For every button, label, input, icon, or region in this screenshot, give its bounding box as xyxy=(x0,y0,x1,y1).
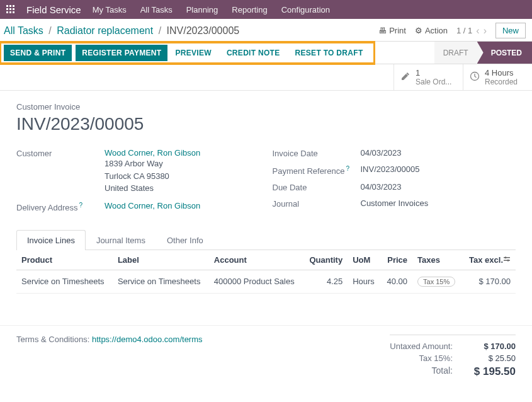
tab-invoice-lines[interactable]: Invoice Lines xyxy=(16,230,86,250)
invoice-lines-table: Product Label Account Quantity UoM Price… xyxy=(16,250,516,294)
sale-label: Sale Ord... xyxy=(416,78,451,86)
col-quantity[interactable]: Quantity xyxy=(303,250,348,270)
breadcrumb-sep: / xyxy=(48,25,51,36)
journal-value[interactable]: Customer Invoices xyxy=(361,198,429,208)
menu-reporting[interactable]: Reporting xyxy=(232,5,267,14)
sale-order-smart-button[interactable]: 1 Sale Ord... xyxy=(393,64,463,90)
tab-other-info[interactable]: Other Info xyxy=(156,230,214,250)
status-draft[interactable]: DRAFT xyxy=(434,42,477,64)
cell-taxes[interactable]: Tax 15% xyxy=(412,270,462,293)
pager-next-icon[interactable]: › xyxy=(484,25,487,37)
col-uom[interactable]: UoM xyxy=(348,250,381,270)
delivery-link[interactable]: Wood Corner, Ron Gibson xyxy=(105,201,200,210)
smart-button-row: 1 Sale Ord... 4 Hours Recorded xyxy=(0,64,532,91)
preview-button[interactable]: PREVIEW xyxy=(167,45,218,61)
register-payment-button[interactable]: REGISTER PAYMENT xyxy=(76,45,167,61)
new-button[interactable]: New xyxy=(495,23,526,38)
status-bar: SEND & PRINT REGISTER PAYMENT PREVIEW CR… xyxy=(0,42,532,64)
status-posted[interactable]: POSTED xyxy=(477,42,532,64)
svg-rect-2 xyxy=(13,5,14,7)
svg-rect-6 xyxy=(6,11,8,13)
invoice-date-value[interactable]: 04/03/2023 xyxy=(361,148,402,158)
status-indicator: DRAFT POSTED xyxy=(434,42,532,64)
action-button[interactable]: ⚙ Action xyxy=(415,26,448,35)
cell-label[interactable]: Service on Timesheets xyxy=(113,270,209,293)
pager-text[interactable]: 1 / 1 xyxy=(456,26,472,35)
addr-line1: 1839 Arbor Way xyxy=(105,158,200,170)
apps-icon[interactable] xyxy=(6,5,15,14)
print-icon: 🖶 xyxy=(378,26,387,35)
cell-account[interactable]: 400000 Product Sales xyxy=(209,270,303,293)
breadcrumb-all-tasks[interactable]: All Tasks xyxy=(4,25,43,36)
terms-link[interactable]: https://demo4.odoo.com/terms xyxy=(92,335,203,344)
menu-all-tasks[interactable]: All Tasks xyxy=(140,5,173,14)
svg-rect-0 xyxy=(6,5,8,7)
svg-rect-7 xyxy=(9,11,11,13)
control-bar: All Tasks / Radiator replacement / INV/2… xyxy=(0,19,532,42)
pager: 1 / 1 ‹ › xyxy=(456,25,487,37)
cell-price[interactable]: 40.00 xyxy=(381,270,412,293)
col-taxes[interactable]: Taxes xyxy=(412,250,462,270)
reset-draft-button[interactable]: RESET TO DRAFT xyxy=(288,45,371,61)
top-navbar: Field Service My Tasks All Tasks Plannin… xyxy=(0,0,532,19)
hours-recorded-smart-button[interactable]: 4 Hours Recorded xyxy=(463,64,532,90)
breadcrumb-task[interactable]: Radiator replacement xyxy=(57,25,153,36)
svg-rect-1 xyxy=(9,5,11,7)
customer-address: 1839 Arbor Way Turlock CA 95380 United S… xyxy=(105,158,200,195)
addr-line3: United States xyxy=(105,182,200,195)
action-label: Action xyxy=(425,26,448,35)
breadcrumbs: All Tasks / Radiator replacement / INV/2… xyxy=(4,25,239,37)
help-icon[interactable]: ? xyxy=(79,202,83,209)
column-settings-icon[interactable] xyxy=(503,255,511,265)
credit-note-button[interactable]: CREDIT NOTE xyxy=(219,45,288,61)
section-label: Customer Invoice xyxy=(16,102,516,112)
menu-my-tasks[interactable]: My Tasks xyxy=(93,5,127,14)
help-icon[interactable]: ? xyxy=(346,165,349,172)
col-product[interactable]: Product xyxy=(16,250,113,270)
form-body: Customer Invoice INV/2023/00005 Customer… xyxy=(0,91,532,300)
menu-configuration[interactable]: Configuration xyxy=(281,5,330,14)
app-brand[interactable]: Field Service xyxy=(26,4,81,15)
print-button[interactable]: 🖶 Print xyxy=(378,26,406,35)
due-date-label: Due Date xyxy=(273,182,361,192)
svg-point-11 xyxy=(507,260,509,261)
customer-label: Customer xyxy=(16,148,105,158)
table-row[interactable]: Service on Timesheets Service on Timeshe… xyxy=(16,270,516,293)
terms-label: Terms & Conditions: xyxy=(16,335,92,344)
totals-box: Untaxed Amount: $ 170.00 Tax 15%: $ 25.5… xyxy=(390,335,516,379)
terms-text: Terms & Conditions: https://demo4.odoo.c… xyxy=(16,335,203,344)
untaxed-label: Untaxed Amount: xyxy=(390,342,453,351)
form-tabs: Invoice Lines Journal Items Other Info xyxy=(16,230,516,250)
cell-uom[interactable]: Hours xyxy=(348,270,381,293)
due-date-value[interactable]: 04/03/2023 xyxy=(361,182,402,192)
payref-label: Payment Reference? xyxy=(273,164,361,176)
customer-link[interactable]: Wood Corner, Ron Gibson xyxy=(105,148,200,158)
tax-label: Tax 15%: xyxy=(390,353,453,363)
payref-value[interactable]: INV/2023/00005 xyxy=(361,164,420,174)
hours-label: Recorded xyxy=(485,78,518,86)
tab-journal-items[interactable]: Journal Items xyxy=(86,230,156,250)
col-price[interactable]: Price xyxy=(381,250,412,270)
delivery-label: Delivery Address? xyxy=(16,201,105,212)
sale-count: 1 xyxy=(416,68,451,78)
col-tax-excl[interactable]: Tax excl. xyxy=(462,250,516,270)
cell-quantity[interactable]: 4.25 xyxy=(303,270,348,293)
total-value: $ 195.50 xyxy=(472,365,516,378)
cell-product[interactable]: Service on Timesheets xyxy=(16,270,113,293)
clock-icon xyxy=(470,71,480,83)
menu-planning[interactable]: Planning xyxy=(186,5,218,14)
gear-icon: ⚙ xyxy=(415,26,422,35)
col-account[interactable]: Account xyxy=(209,250,303,270)
addr-line2: Turlock CA 95380 xyxy=(105,170,200,183)
svg-rect-5 xyxy=(13,8,14,10)
tax-tag[interactable]: Tax 15% xyxy=(417,277,455,287)
svg-rect-4 xyxy=(9,8,11,10)
form-footer: Terms & Conditions: https://demo4.odoo.c… xyxy=(0,325,532,396)
main-menu: My Tasks All Tasks Planning Reporting Co… xyxy=(93,5,330,14)
total-label: Total: xyxy=(390,365,453,378)
col-label[interactable]: Label xyxy=(113,250,209,270)
print-label: Print xyxy=(389,26,406,35)
pager-prev-icon[interactable]: ‹ xyxy=(476,25,479,37)
send-print-button[interactable]: SEND & PRINT xyxy=(4,45,72,61)
invoice-date-label: Invoice Date xyxy=(273,148,361,158)
